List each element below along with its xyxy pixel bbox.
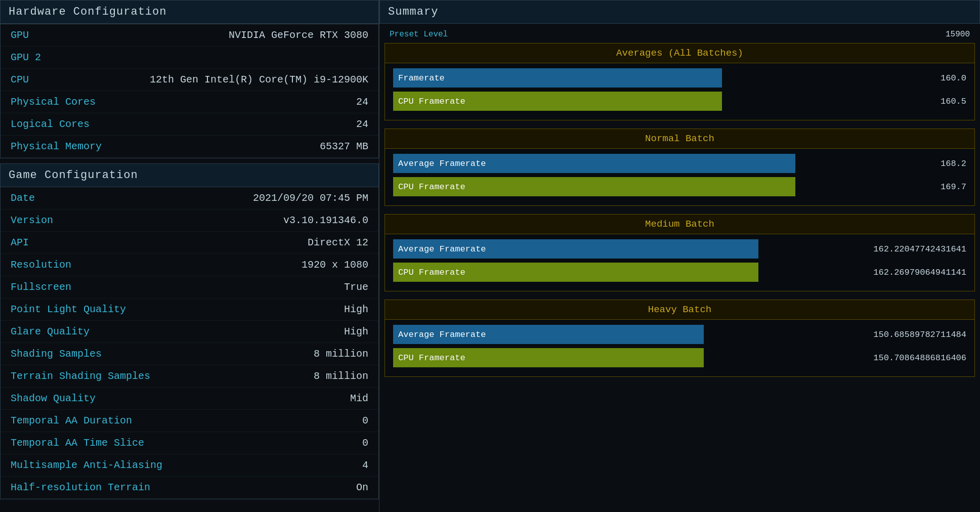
- game-row-label: Temporal AA Duration: [11, 415, 132, 426]
- bar-label: Average Framerate: [398, 330, 486, 339]
- medium-batch-body: Average Framerate162.22047742431641CPU F…: [385, 234, 974, 291]
- averages-section: Averages (All Batches)Framerate160.0CPU …: [385, 43, 975, 120]
- game-row: Multisample Anti-Aliasing4: [1, 454, 378, 477]
- game-row-value: 1920 x 1080: [302, 259, 368, 271]
- hw-config-header: Hardware Configuration: [0, 0, 379, 24]
- hw-row-value: 12th Gen Intel(R) Core(TM) i9-12900K: [150, 74, 368, 86]
- game-row-value: 4: [362, 459, 368, 471]
- right-panel: Summary Preset Level 15900 Averages (All…: [379, 0, 980, 512]
- heavy-batch-section: Heavy BatchAverage Framerate150.68589782…: [385, 300, 975, 377]
- averages-section-body: Framerate160.0CPU Framerate160.5: [385, 63, 974, 120]
- hw-config-rows: GPUNVIDIA GeForce RTX 3080GPU 2CPU12th G…: [0, 24, 379, 158]
- game-row: APIDirectX 12: [1, 232, 378, 254]
- normal-batch-header: Normal Batch: [385, 129, 974, 149]
- game-row-label: Shadow Quality: [11, 393, 96, 404]
- left-panel: Hardware Configuration GPUNVIDIA GeForce…: [0, 0, 379, 512]
- hw-row-value: 24: [356, 96, 368, 108]
- heavy-batch-header: Heavy Batch: [385, 300, 974, 320]
- bar-row: Framerate160.0: [393, 68, 966, 88]
- game-row-label: Terrain Shading Samples: [11, 370, 150, 382]
- game-row-label: Fullscreen: [11, 281, 71, 293]
- game-row-value: 0: [362, 437, 368, 449]
- bar-row: CPU Framerate162.26979064941141: [393, 263, 966, 282]
- game-row-value: True: [344, 281, 368, 293]
- game-config-header: Game Configuration: [0, 163, 379, 187]
- hw-row-label: CPU: [11, 74, 29, 86]
- bar-label: CPU Framerate: [398, 268, 465, 277]
- medium-batch-header: Medium Batch: [385, 215, 974, 234]
- game-row-label: Resolution: [11, 259, 71, 271]
- hw-row-value: NVIDIA GeForce RTX 3080: [229, 29, 368, 41]
- normal-batch-section: Normal BatchAverage Framerate168.2CPU Fr…: [385, 129, 975, 206]
- game-row: Date2021/09/20 07:45 PM: [1, 187, 378, 209]
- bar-label: CPU Framerate: [398, 182, 465, 192]
- game-row-value: 2021/09/20 07:45 PM: [253, 192, 368, 204]
- game-row-value: On: [356, 482, 368, 493]
- game-row: Point Light QualityHigh: [1, 298, 378, 321]
- hw-row-label: Logical Cores: [11, 118, 90, 130]
- bar-label: CPU Framerate: [398, 97, 465, 106]
- game-row-label: Shading Samples: [11, 348, 102, 360]
- game-row: Terrain Shading Samples8 million: [1, 365, 378, 388]
- game-row: Resolution1920 x 1080: [1, 254, 378, 276]
- bar-value: 168.2: [855, 159, 966, 168]
- bar-value: 150.70864886816406: [855, 353, 966, 363]
- bar-label: Average Framerate: [398, 159, 486, 168]
- game-row-label: API: [11, 237, 29, 248]
- game-row-label: Date: [11, 192, 35, 204]
- bar-value: 169.7: [855, 182, 966, 192]
- bar-row: Average Framerate162.22047742431641: [393, 239, 966, 259]
- game-row: Glare QualityHigh: [1, 321, 378, 343]
- game-row-value: 8 million: [314, 370, 368, 382]
- game-row: Half-resolution TerrainOn: [1, 477, 378, 499]
- hw-row: Physical Cores24: [1, 91, 378, 113]
- bar-row: Average Framerate168.2: [393, 154, 966, 173]
- hw-row-label: GPU: [11, 29, 29, 41]
- bar-value: 160.5: [855, 97, 966, 106]
- summary-header: Summary: [379, 0, 980, 24]
- game-row-value: High: [344, 326, 368, 337]
- game-row-label: Version: [11, 215, 53, 226]
- bar-value: 150.68589782711484: [855, 330, 966, 339]
- game-row: Versionv3.10.191346.0: [1, 209, 378, 232]
- bar-value: 160.0: [855, 73, 966, 83]
- bar-value: 162.26979064941141: [855, 268, 966, 277]
- game-row-label: Multisample Anti-Aliasing: [11, 459, 162, 471]
- game-row: Shadow QualityMid: [1, 388, 378, 410]
- hw-row: CPU12th Gen Intel(R) Core(TM) i9-12900K: [1, 69, 378, 91]
- bar-label: Framerate: [398, 73, 445, 83]
- hw-row: Physical Memory65327 MB: [1, 136, 378, 158]
- bar-row: Average Framerate150.68589782711484: [393, 325, 966, 344]
- hw-row-value: 65327 MB: [320, 141, 368, 152]
- preset-value: 15900: [946, 30, 970, 39]
- hw-row: GPUNVIDIA GeForce RTX 3080: [1, 24, 378, 47]
- medium-batch-section: Medium BatchAverage Framerate162.2204774…: [385, 214, 975, 291]
- hw-row: GPU 2: [1, 47, 378, 69]
- hw-row-label: Physical Memory: [11, 141, 102, 152]
- normal-batch-body: Average Framerate168.2CPU Framerate169.7: [385, 149, 974, 205]
- game-row-value: DirectX 12: [308, 237, 368, 248]
- game-row: FullscreenTrue: [1, 276, 378, 298]
- game-row-value: v3.10.191346.0: [283, 215, 368, 226]
- game-row-value: High: [344, 304, 368, 315]
- preset-label: Preset Level: [390, 30, 448, 39]
- hw-row-label: GPU 2: [11, 52, 41, 63]
- hw-row-label: Physical Cores: [11, 96, 96, 108]
- game-row: Shading Samples8 million: [1, 343, 378, 365]
- heavy-batch-body: Average Framerate150.68589782711484CPU F…: [385, 320, 974, 376]
- averages-section-header: Averages (All Batches): [385, 44, 974, 63]
- bar-row: CPU Framerate169.7: [393, 177, 966, 196]
- game-row-value: 8 million: [314, 348, 368, 360]
- bar-label: CPU Framerate: [398, 353, 465, 363]
- game-row-label: Temporal AA Time Slice: [11, 437, 144, 449]
- game-row-label: Half-resolution Terrain: [11, 482, 150, 493]
- game-row: Temporal AA Duration0: [1, 410, 378, 432]
- bar-value: 162.22047742431641: [855, 244, 966, 254]
- bar-row: CPU Framerate150.70864886816406: [393, 348, 966, 367]
- game-row-value: Mid: [350, 393, 368, 404]
- hw-row: Logical Cores24: [1, 113, 378, 136]
- game-row: Temporal AA Time Slice0: [1, 432, 378, 454]
- game-row-label: Glare Quality: [11, 326, 90, 337]
- game-config-body: Date2021/09/20 07:45 PMVersionv3.10.1913…: [0, 187, 379, 499]
- bar-label: Average Framerate: [398, 244, 486, 254]
